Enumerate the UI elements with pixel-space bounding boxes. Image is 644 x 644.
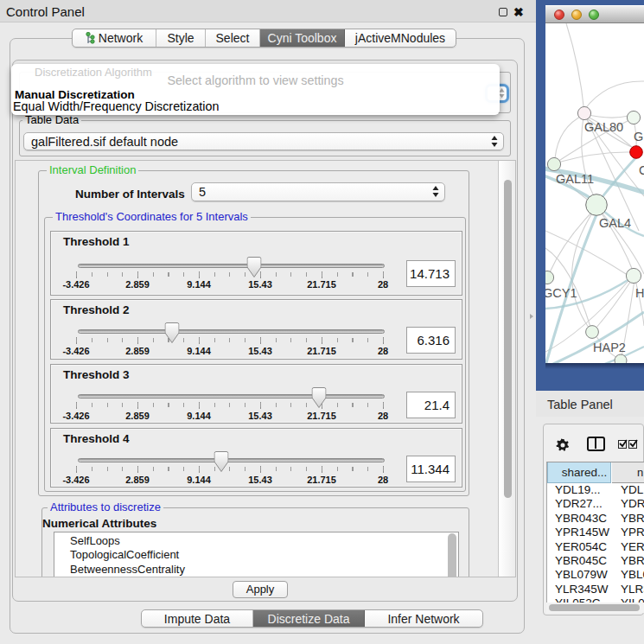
- svg-text:C: C: [639, 163, 644, 177]
- svg-text:HAP2: HAP2: [593, 341, 626, 354]
- svg-text:G.: G.: [634, 130, 644, 143]
- svg-text:GAL4: GAL4: [599, 216, 631, 230]
- svg-text:GCY1: GCY1: [545, 286, 577, 300]
- svg-text:GAL11: GAL11: [556, 172, 594, 186]
- svg-text:GAL80: GAL80: [584, 120, 623, 134]
- svg-text:H: H: [635, 286, 644, 300]
